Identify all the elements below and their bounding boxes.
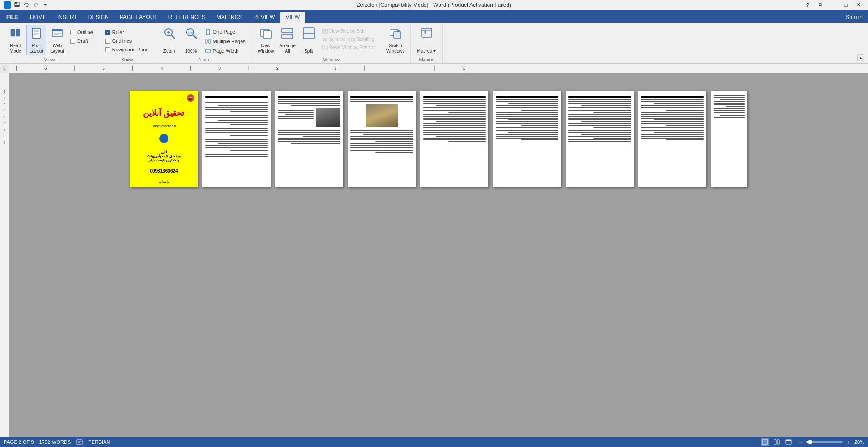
reset-window-icon	[322, 45, 328, 50]
print-layout-view-btn[interactable]	[761, 438, 769, 446]
instagram-icon: 📷	[187, 94, 194, 102]
zoom-button[interactable]: Zoom	[159, 25, 180, 55]
maximize-button[interactable]: □	[840, 0, 852, 10]
document-page-1: 📷 تحقیق آنلاین Tahghighonline.ir ← فایلو…	[130, 91, 198, 187]
outline-checkbox	[70, 30, 75, 35]
page-7-content	[566, 91, 634, 147]
content-area: 1 2 3 4 5 6 7 8 9 📷 تحقیق آنلاین	[0, 73, 868, 437]
web-layout-icon	[50, 26, 64, 40]
web-layout-view-btn[interactable]	[784, 438, 793, 446]
word-app-icon	[4, 1, 11, 9]
cover-main-title: تحقیق آنلاین	[143, 108, 184, 118]
page-9-content	[711, 91, 747, 123]
customize-qat-button[interactable]	[41, 1, 49, 9]
tab-home[interactable]: HOME	[25, 12, 52, 23]
minimize-button[interactable]: ─	[827, 0, 839, 10]
svg-rect-42	[322, 45, 327, 50]
outline-draft-group: Outline Draft	[68, 25, 95, 46]
svg-rect-37	[322, 29, 324, 33]
horizontal-ruler: │ 6 │ 5 │ 4 │ 3 │ 2 │ 1 │ │ 1	[9, 64, 868, 73]
zoom-100-icon: 100	[184, 26, 198, 40]
gridlines-checkbox	[105, 39, 110, 44]
zoom-100-button[interactable]: 100 100%	[181, 25, 202, 55]
navigation-pane-button[interactable]: Navigation Pane	[103, 45, 151, 54]
horizontal-ruler-area: L │ 6 │ 5 │ 4 │ 3 │ 2 │ 1 │ │ 1	[0, 64, 868, 73]
title-bar: Zelzeleh [Compatibility Mode] - Word (Pr…	[0, 0, 868, 10]
gridlines-button[interactable]: Gridlines	[103, 37, 151, 45]
arrow-icon: ←	[159, 134, 168, 143]
arrange-all-label: ArrangeAll	[279, 43, 296, 54]
multiple-pages-button[interactable]: Multiple Pages	[202, 37, 248, 46]
page-3-content	[275, 91, 343, 149]
svg-rect-34	[282, 34, 293, 39]
svg-rect-26	[205, 40, 207, 43]
v-tick-9: 9	[0, 139, 9, 145]
zoom-100-label: 100%	[185, 49, 197, 54]
outline-button[interactable]: Outline	[68, 28, 95, 36]
svg-line-19	[171, 35, 174, 38]
status-bar: PAGE 2 OF 9 1792 WORDS PERSIAN ─	[0, 437, 868, 447]
view-side-by-side-button[interactable]: View Side by Side	[320, 27, 383, 35]
page-width-button[interactable]: Page Width	[202, 46, 248, 55]
zoom-in-button[interactable]: +	[844, 438, 853, 446]
print-layout-button[interactable]: PrintLayout	[26, 25, 46, 55]
arrange-all-button[interactable]: ArrangeAll	[277, 25, 298, 55]
web-layout-button[interactable]: WebLayout	[47, 25, 67, 55]
synchronous-scrolling-button[interactable]: Synchronous Scrolling	[320, 35, 383, 43]
split-icon	[301, 26, 316, 40]
draft-checkbox	[70, 39, 75, 44]
svg-rect-33	[282, 28, 293, 33]
split-label: Split	[304, 49, 313, 54]
svg-rect-15	[52, 29, 62, 31]
undo-button[interactable]	[22, 1, 30, 9]
redo-button[interactable]	[32, 1, 40, 9]
tab-view[interactable]: VIEW	[280, 12, 305, 23]
document-page-3	[275, 91, 343, 187]
language-indicator: PERSIAN	[88, 439, 110, 445]
document-canvas[interactable]: 📷 تحقیق آنلاین Tahghighonline.ir ← فایلو…	[9, 73, 868, 437]
reset-window-position-label: Reset Window Position	[329, 45, 376, 50]
help-button[interactable]: ?	[802, 0, 814, 10]
restore-down-button[interactable]: ⧉	[814, 0, 826, 10]
page-indicator-text: PAGE 2 OF 9	[4, 439, 34, 445]
new-window-button[interactable]: NewWindow	[256, 25, 276, 55]
collapse-ribbon-button[interactable]: ▲	[857, 54, 864, 61]
svg-rect-7	[16, 29, 20, 36]
tab-references[interactable]: REFERENCES	[163, 12, 211, 23]
zoom-out-button[interactable]: ─	[796, 438, 804, 446]
zoom-bar: ─ + 20%	[796, 438, 864, 446]
page-6-content	[493, 91, 561, 145]
ribbon-group-window: NewWindow ArrangeAll	[252, 24, 411, 63]
ribbon-content: ReadMode PrintLayout	[0, 23, 868, 64]
tab-design[interactable]: DESIGN	[83, 12, 114, 23]
tab-mailings[interactable]: MAILINGS	[211, 12, 248, 23]
web-layout-label: WebLayout	[50, 43, 64, 54]
tab-file[interactable]: FILE	[0, 12, 25, 23]
read-mode-label: ReadMode	[10, 43, 21, 54]
save-button[interactable]	[13, 1, 21, 9]
one-page-button[interactable]: One Page	[202, 27, 248, 36]
navigation-pane-checkbox	[105, 47, 110, 52]
zoom-slider[interactable]	[806, 441, 843, 443]
split-button[interactable]: Split	[299, 25, 319, 55]
tab-review[interactable]: REVIEW	[248, 12, 280, 23]
svg-rect-32	[263, 31, 271, 38]
tab-insert[interactable]: INSERT	[52, 12, 83, 23]
macros-group-content: M Macros	[414, 25, 439, 56]
switch-windows-button[interactable]: SwitchWindows	[384, 25, 407, 55]
ruler-checkbox	[105, 30, 110, 35]
window-small-group: View Side by Side Synchronous Scrolling …	[320, 25, 383, 52]
svg-rect-28	[206, 49, 210, 53]
reset-window-position-button[interactable]: Reset Window Position	[320, 44, 383, 51]
ruler-button[interactable]: Ruler	[103, 28, 151, 36]
svg-rect-58	[786, 440, 791, 441]
draft-button[interactable]: Draft	[68, 37, 95, 45]
sign-in-button[interactable]: Sign in	[840, 12, 868, 23]
read-mode-button[interactable]: ReadMode	[5, 25, 25, 55]
macros-button[interactable]: M Macros	[414, 25, 439, 55]
tab-page-layout[interactable]: PAGE LAYOUT	[114, 12, 163, 23]
full-reading-view-btn[interactable]	[773, 438, 781, 446]
new-window-label: NewWindow	[258, 43, 274, 54]
svg-rect-55	[774, 440, 776, 444]
close-button[interactable]: ✕	[853, 0, 864, 10]
